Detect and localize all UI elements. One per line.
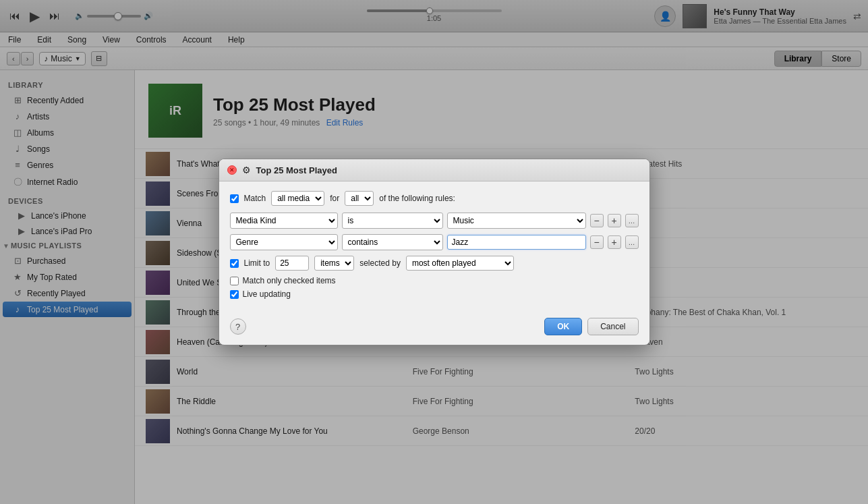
live-updating-checkbox[interactable] [230,290,239,299]
rule1-value-select[interactable]: Music [447,213,586,229]
match-only-checked-label: Match only checked items [243,276,336,285]
match-media-select[interactable]: all media [271,191,324,206]
rule2-value-input[interactable] [447,235,586,250]
for-select[interactable]: all [345,191,374,206]
rule2-field-select[interactable]: Genre [230,234,338,250]
match-label: Match [244,194,266,203]
for-label: for [330,194,339,203]
selected-by-label: selected by [359,258,401,268]
rule1-operator-select[interactable]: is [342,213,443,229]
match-only-checked-row: Match only checked items [230,276,639,285]
limit-row: Limit to items selected by most often pl… [230,256,639,271]
live-updating-row: Live updating [230,289,639,299]
rule1-field-select[interactable]: Media Kind [230,213,338,229]
rule-row-2: Genre contains − + … [230,234,639,250]
rule2-add-button[interactable]: + [608,235,621,249]
modal-title-icon: ⚙ [242,165,251,175]
limit-value-input[interactable] [275,256,309,271]
match-row: Match all media for all of the following… [230,191,639,206]
ok-button[interactable]: OK [544,318,582,335]
smart-playlist-dialog: ✕ ⚙ Top 25 Most Played Match all media f… [219,159,650,345]
limit-checkbox[interactable] [230,259,239,268]
cancel-button[interactable]: Cancel [587,318,638,335]
modal-title: Top 25 Most Played [256,165,337,175]
rule1-remove-button[interactable]: − [590,214,604,227]
modal-titlebar: ✕ ⚙ Top 25 Most Played [219,159,649,181]
rule2-operator-select[interactable]: contains [342,234,443,250]
help-button[interactable]: ? [230,318,246,335]
rule2-more-button[interactable]: … [625,235,639,249]
limit-label: Limit to [244,258,270,268]
modal-close-button[interactable]: ✕ [227,165,237,175]
of-following-rules-label: of the following rules: [379,194,455,203]
match-checkbox[interactable] [230,194,239,203]
modal-button-group: OK Cancel [544,318,638,335]
match-only-checked-checkbox[interactable] [230,277,239,285]
modal-body: Match all media for all of the following… [219,181,649,312]
selected-by-select[interactable]: most often played [406,256,514,271]
limit-items-select[interactable]: items [314,256,354,271]
rule1-add-button[interactable]: + [608,214,621,227]
modal-overlay: ✕ ⚙ Top 25 Most Played Match all media f… [0,0,868,504]
rule-row-1: Media Kind is Music − + … [230,213,639,229]
live-updating-label: Live updating [243,289,291,299]
modal-footer: ? OK Cancel [219,312,649,345]
rule2-remove-button[interactable]: − [590,235,604,249]
rule1-more-button[interactable]: … [625,214,639,227]
